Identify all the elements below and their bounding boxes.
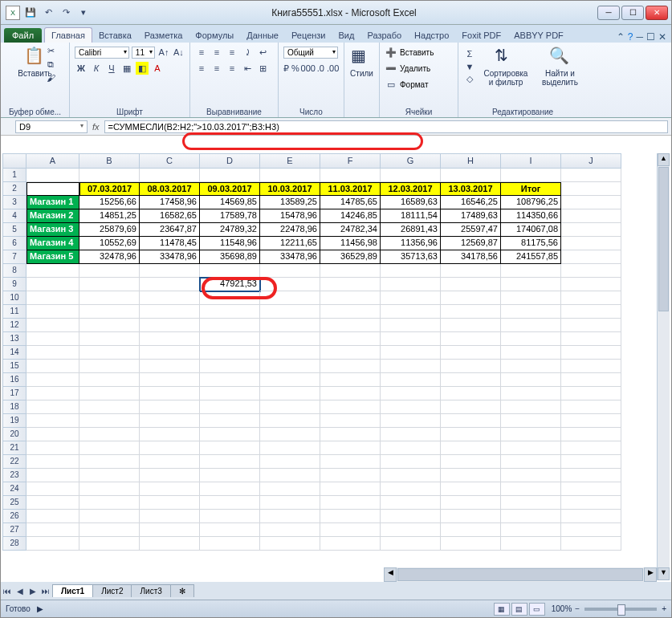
cell-B21[interactable]	[79, 441, 140, 455]
cell-H17[interactable]	[441, 387, 501, 400]
cell-G13[interactable]	[381, 332, 441, 346]
cell-C9[interactable]	[140, 278, 200, 291]
cell-J23[interactable]	[561, 469, 621, 482]
cell-A10[interactable]	[26, 291, 79, 305]
tab-view[interactable]: Вид	[332, 28, 361, 43]
col-header-B[interactable]: B	[79, 153, 140, 169]
cell-H21[interactable]	[441, 441, 501, 455]
cell-E10[interactable]	[260, 291, 320, 305]
cell-E22[interactable]	[260, 455, 320, 469]
cell-B24[interactable]	[79, 482, 140, 496]
cell-H28[interactable]	[441, 537, 501, 551]
underline-icon[interactable]: Ч	[105, 62, 118, 75]
view-layout-icon[interactable]: ▤	[511, 603, 527, 616]
cell-C1[interactable]	[140, 169, 200, 182]
cell-B19[interactable]	[79, 414, 140, 428]
cell-B12[interactable]	[79, 319, 140, 332]
cell-F10[interactable]	[320, 291, 381, 305]
cell-A19[interactable]	[26, 414, 79, 428]
cell-F8[interactable]	[320, 264, 381, 278]
indent-dec-icon[interactable]: ⇤	[241, 62, 254, 75]
orient-icon[interactable]: ⤸	[241, 46, 254, 59]
row-header-27[interactable]: 27	[2, 523, 26, 537]
cell-D15[interactable]	[200, 360, 260, 373]
cell-J4[interactable]	[561, 209, 621, 223]
cell-H6[interactable]: 12569,87	[441, 237, 501, 250]
cell-A12[interactable]	[26, 319, 79, 332]
cell-J8[interactable]	[561, 264, 621, 278]
cell-B9[interactable]	[79, 278, 140, 291]
cell-H12[interactable]	[441, 319, 501, 332]
cell-H10[interactable]	[441, 291, 501, 305]
scroll-left-icon[interactable]: ◀	[384, 567, 397, 582]
cell-J14[interactable]	[561, 346, 621, 360]
cell-F3[interactable]: 14785,65	[320, 196, 381, 209]
inc-dec-icon[interactable]: .0	[317, 62, 324, 75]
cell-G7[interactable]: 35713,63	[381, 250, 441, 264]
fx-icon[interactable]: fx	[92, 122, 100, 132]
cell-A21[interactable]	[26, 441, 79, 455]
cell-J28[interactable]	[561, 537, 621, 551]
row-header-28[interactable]: 28	[2, 537, 26, 551]
cell-E5[interactable]: 22478,96	[260, 223, 320, 237]
row-header-26[interactable]: 26	[2, 510, 26, 523]
dec-dec-icon[interactable]: .00	[327, 62, 339, 75]
row-header-5[interactable]: 5	[2, 223, 26, 237]
row-header-7[interactable]: 7	[2, 250, 26, 264]
zoom-slider[interactable]	[584, 608, 657, 611]
cell-E14[interactable]	[260, 346, 320, 360]
name-box[interactable]: D9	[15, 120, 88, 133]
cell-F6[interactable]: 11456,98	[320, 237, 381, 250]
cell-H7[interactable]: 34178,56	[441, 250, 501, 264]
cell-E15[interactable]	[260, 360, 320, 373]
cell-G24[interactable]	[381, 482, 441, 496]
cell-H26[interactable]	[441, 510, 501, 523]
cell-C23[interactable]	[140, 469, 200, 482]
fill-icon[interactable]: ▼	[463, 60, 476, 73]
cell-H20[interactable]	[441, 428, 501, 441]
cell-H23[interactable]	[441, 469, 501, 482]
cell-G8[interactable]	[381, 264, 441, 278]
cell-A25[interactable]	[26, 496, 79, 510]
cell-B2[interactable]: 07.03.2017	[79, 182, 140, 196]
cell-I2[interactable]: Итог	[501, 182, 561, 196]
cell-H1[interactable]	[441, 169, 501, 182]
cell-I17[interactable]	[501, 387, 561, 400]
col-header-I[interactable]: I	[501, 153, 561, 169]
currency-icon[interactable]: ₽	[283, 62, 289, 75]
cell-C13[interactable]	[140, 332, 200, 346]
cell-I13[interactable]	[501, 332, 561, 346]
cell-I23[interactable]	[501, 469, 561, 482]
qa-custom-icon[interactable]: ▾	[76, 6, 91, 20]
cell-I19[interactable]	[501, 414, 561, 428]
cell-J9[interactable]	[561, 278, 621, 291]
cell-H15[interactable]	[441, 360, 501, 373]
cell-I12[interactable]	[501, 319, 561, 332]
col-header-E[interactable]: E	[260, 153, 320, 169]
app-icon[interactable]: X	[6, 6, 20, 20]
cell-B11[interactable]	[79, 305, 140, 319]
view-normal-icon[interactable]: ▦	[494, 603, 510, 616]
cell-F20[interactable]	[320, 428, 381, 441]
maximize-button[interactable]: ☐	[621, 6, 644, 20]
cell-G17[interactable]	[381, 387, 441, 400]
cell-D4[interactable]: 17589,78	[200, 209, 260, 223]
merge-icon[interactable]: ⊞	[256, 62, 269, 75]
cell-G4[interactable]: 18111,54	[381, 209, 441, 223]
cell-C7[interactable]: 33478,96	[140, 250, 200, 264]
cell-B7[interactable]: 32478,96	[79, 250, 140, 264]
row-header-11[interactable]: 11	[2, 305, 26, 319]
view-break-icon[interactable]: ▭	[529, 603, 545, 616]
cell-I9[interactable]	[501, 278, 561, 291]
row-header-10[interactable]: 10	[2, 291, 26, 305]
cell-A7[interactable]: Магазин 5	[26, 250, 79, 264]
doc-min-icon[interactable]: ─	[636, 31, 643, 43]
cell-B13[interactable]	[79, 332, 140, 346]
cell-C8[interactable]	[140, 264, 200, 278]
clear-icon[interactable]: ◇	[463, 73, 476, 86]
cell-E16[interactable]	[260, 373, 320, 387]
cell-C11[interactable]	[140, 305, 200, 319]
cell-I4[interactable]: 114350,66	[501, 209, 561, 223]
cell-I10[interactable]	[501, 291, 561, 305]
zoom-in-icon[interactable]: +	[662, 604, 666, 613]
